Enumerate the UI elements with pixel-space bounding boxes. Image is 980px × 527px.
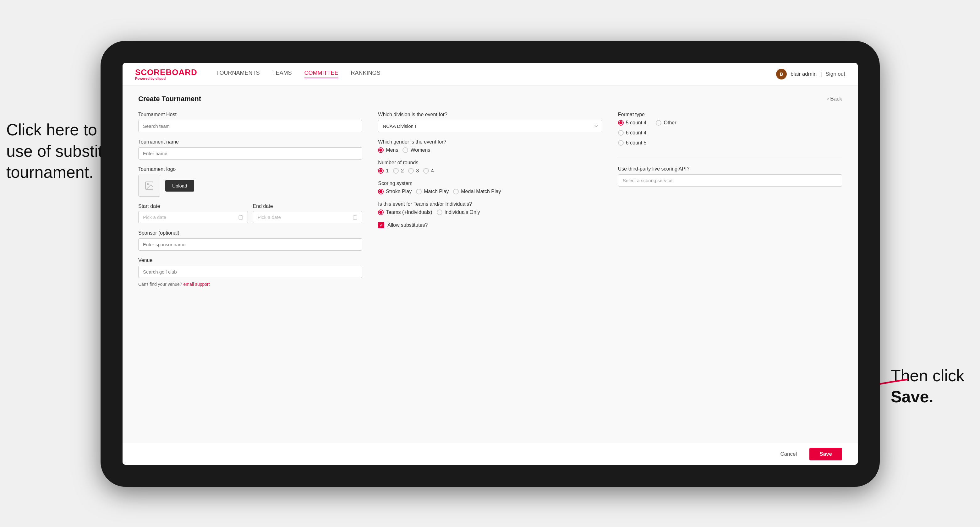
format-5count4-label: 5 count 4 (626, 120, 647, 125)
format-type-label: Format type (618, 112, 842, 117)
gender-mens-label: Mens (386, 147, 398, 153)
tournament-host-label: Tournament Host (138, 112, 362, 117)
scoring-medal[interactable]: Medal Match Play (453, 189, 501, 194)
tablet-shell: SCOREBOARD Powered by clippd TOURNAMENTS… (100, 41, 880, 487)
rounds-3-radio[interactable] (408, 168, 414, 174)
rounds-4[interactable]: 4 (423, 168, 434, 174)
scoring-stroke[interactable]: Stroke Play (378, 189, 412, 194)
individuals-only-radio[interactable] (437, 210, 442, 215)
format-other[interactable]: Other (656, 120, 676, 125)
division-select[interactable]: NCAA Division I (378, 120, 602, 132)
nav-links: TOURNAMENTS TEAMS COMMITTEE RANKINGS (216, 70, 776, 78)
gender-mens[interactable]: Mens (378, 147, 398, 153)
app-logo: SCOREBOARD Powered by clippd (135, 68, 197, 80)
substitutes-group: Allow substitutes? (378, 222, 602, 228)
format-5count4[interactable]: 5 count 4 (618, 120, 647, 125)
format-6count5[interactable]: 6 count 5 (618, 140, 842, 146)
start-date-input[interactable]: Pick a date (138, 211, 248, 223)
format-6count4-label: 6 count 4 (626, 130, 647, 136)
substitutes-checkbox[interactable] (378, 222, 384, 228)
venue-input[interactable] (138, 266, 362, 278)
venue-group: Venue Can't find your venue? email suppo… (138, 257, 362, 287)
format-6count4[interactable]: 6 count 4 (618, 130, 842, 136)
date-row: Start date Pick a date (138, 203, 362, 223)
division-group: Which division is the event for? NCAA Di… (378, 112, 602, 132)
nav-separator: | (820, 71, 822, 77)
upload-button[interactable]: Upload (165, 180, 194, 192)
start-date-group: Start date Pick a date (138, 203, 248, 223)
gender-mens-radio[interactable] (378, 147, 383, 153)
format-6count5-radio[interactable] (618, 140, 624, 146)
venue-label: Venue (138, 257, 362, 263)
rounds-group: Number of rounds 1 2 (378, 160, 602, 174)
rounds-3-label: 3 (416, 168, 419, 174)
avatar: B (776, 69, 787, 79)
teams-plus-radio[interactable] (378, 210, 383, 215)
nav-committee[interactable]: COMMITTEE (304, 70, 339, 78)
form-grid: Tournament Host Tournament name Tourname… (138, 112, 842, 287)
cancel-button[interactable]: Cancel (774, 448, 803, 460)
tournament-name-group: Tournament name (138, 139, 362, 160)
sponsor-input[interactable] (138, 238, 362, 251)
save-button[interactable]: Save (810, 448, 842, 460)
rounds-1[interactable]: 1 (378, 168, 389, 174)
rounds-1-radio[interactable] (378, 168, 383, 174)
svg-rect-4 (239, 216, 243, 219)
rounds-3[interactable]: 3 (408, 168, 419, 174)
gender-womens-label: Womens (410, 147, 430, 153)
gender-womens[interactable]: Womens (402, 147, 430, 153)
email-support-link[interactable]: email support (183, 282, 210, 287)
form-column-3: Format type 5 count 4 Other (618, 112, 842, 287)
rounds-2-label: 2 (401, 168, 404, 174)
rounds-1-label: 1 (386, 168, 389, 174)
individuals-only[interactable]: Individuals Only (437, 210, 480, 215)
logo-sub: Powered by clippd (135, 77, 197, 80)
scoring-api-label: Use third-party live scoring API? (618, 166, 842, 172)
teams-plus-individuals[interactable]: Teams (+Individuals) (378, 210, 432, 215)
tournament-logo-group: Tournament logo Upload (138, 167, 362, 197)
scoring-api-select[interactable]: Select a scoring service Select & scorin… (618, 174, 842, 187)
format-6count5-label: 6 count 5 (626, 140, 647, 146)
sponsor-group: Sponsor (optional) (138, 230, 362, 251)
signout-link[interactable]: Sign out (826, 71, 845, 77)
tournament-name-input[interactable] (138, 147, 362, 160)
logo-score: SCORE (135, 68, 165, 77)
division-label: Which division is the event for? (378, 112, 602, 117)
page-header: Create Tournament Back (138, 95, 842, 103)
logo-placeholder (138, 175, 160, 197)
gender-label: Which gender is the event for? (378, 139, 602, 145)
scoring-medal-radio[interactable] (453, 189, 459, 194)
back-link[interactable]: Back (827, 96, 842, 102)
sponsor-label: Sponsor (optional) (138, 230, 362, 236)
nav-teams[interactable]: TEAMS (272, 70, 292, 78)
rounds-4-radio[interactable] (423, 168, 429, 174)
scoring-match[interactable]: Match Play (416, 189, 449, 194)
scoring-label: Scoring system (378, 181, 602, 186)
format-other-radio[interactable] (656, 120, 662, 125)
scoring-match-label: Match Play (424, 189, 449, 194)
gender-group: Which gender is the event for? Mens Wome… (378, 139, 602, 153)
start-date-label: Start date (138, 203, 248, 209)
rounds-2-radio[interactable] (393, 168, 399, 174)
nav-user: B blair admin | Sign out (776, 69, 845, 79)
substitutes-checkbox-item[interactable]: Allow substitutes? (378, 222, 602, 228)
tournament-host-input[interactable] (138, 120, 362, 132)
nav-tournaments[interactable]: TOURNAMENTS (216, 70, 260, 78)
svg-rect-8 (353, 216, 357, 219)
format-5count4-radio[interactable] (618, 120, 624, 125)
gender-radio-group: Mens Womens (378, 147, 602, 153)
end-date-input[interactable]: Pick a date (253, 211, 363, 223)
gender-womens-radio[interactable] (402, 147, 408, 153)
rounds-2[interactable]: 2 (393, 168, 404, 174)
nav-rankings[interactable]: RANKINGS (351, 70, 380, 78)
individuals-only-label: Individuals Only (445, 210, 480, 215)
svg-point-3 (147, 183, 148, 185)
scoring-stroke-radio[interactable] (378, 189, 383, 194)
rounds-radio-group: 1 2 3 4 (378, 168, 602, 174)
scoring-match-radio[interactable] (416, 189, 422, 194)
navigation: SCOREBOARD Powered by clippd TOURNAMENTS… (123, 63, 858, 86)
form-column-1: Tournament Host Tournament name Tourname… (138, 112, 362, 287)
format-6count4-radio[interactable] (618, 130, 624, 136)
start-date-placeholder: Pick a date (143, 214, 166, 220)
logo-board: BOARD (165, 68, 197, 77)
